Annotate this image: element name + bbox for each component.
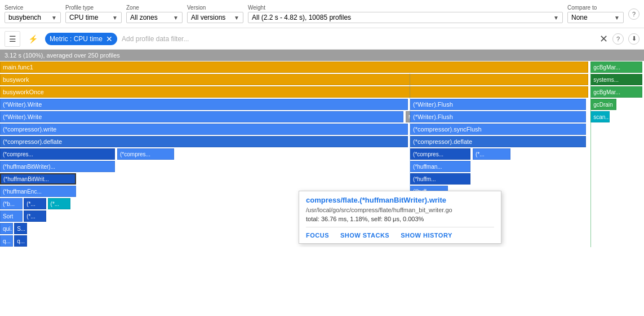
profile-type-arrow-icon: ▼: [112, 15, 118, 21]
metric-chip-label: Metric : CPU time: [50, 35, 103, 43]
block-compressor-syncflush[interactable]: (*compressor).syncFlush: [410, 124, 586, 135]
block-writer-flush-4[interactable]: (*Writer).Flush: [410, 99, 586, 110]
flame-row-1: main.func1 gcBgMar...: [0, 61, 644, 73]
tooltip-stats: total: 36.76 ms, 1.18%, self: 80 μs, 0.0…: [306, 216, 494, 222]
tooltip-actions: FOCUS SHOW STACKS SHOW HISTORY: [306, 227, 494, 239]
list-view-button[interactable]: ☰: [5, 31, 20, 47]
service-label: Service: [5, 5, 61, 11]
block-huffmanenc-11a[interactable]: (*huffmanEnc...: [0, 186, 76, 197]
flame-row-6: (*compressor).write (*compressor).syncFl…: [0, 123, 644, 135]
block-compressor-write[interactable]: (*compressor).write: [0, 124, 408, 135]
service-select[interactable]: busybench ▼: [5, 12, 61, 23]
weight-select[interactable]: All (2.2 s - 4.82 s), 10085 profiles ▼: [248, 12, 563, 23]
vertical-line-right: [590, 73, 591, 247]
version-value: All versions: [191, 14, 225, 21]
help-button[interactable]: ?: [628, 8, 639, 20]
block-13b[interactable]: (*...: [24, 210, 46, 222]
block-gcbgmar-3[interactable]: gcBgMar...: [590, 86, 642, 98]
version-label: Version: [187, 5, 243, 11]
toolbar-right: ✕ ? ⬇: [599, 33, 639, 45]
block-huffmanbitwrit-10b[interactable]: (*huffm...: [410, 173, 470, 185]
block-huffman-9a[interactable]: (*huffmanBitWriter)...: [0, 161, 115, 172]
profile-type-filter: Profile type CPU time ▼: [65, 5, 122, 23]
compare-to-label: Compare to: [567, 5, 624, 11]
block-compres-8d[interactable]: (*...: [473, 148, 510, 160]
tooltip-path: /usr/local/go/src/compress/flate/huffman…: [306, 207, 494, 213]
metric-chip-close-icon[interactable]: ✕: [106, 34, 113, 43]
close-button[interactable]: ✕: [599, 33, 608, 45]
help-icon-secondary[interactable]: ?: [612, 33, 624, 45]
block-writer-flush-5[interactable]: (*Writer).Flush: [410, 111, 586, 122]
zone-label: Zone: [126, 5, 183, 11]
show-history-action[interactable]: SHOW HISTORY: [401, 232, 452, 239]
zone-arrow-icon: ▼: [173, 15, 179, 21]
compare-to-filter: Compare to None ▼: [567, 5, 624, 23]
block-compres-8c[interactable]: (*compres...: [410, 148, 470, 160]
add-filter-placeholder[interactable]: Add profile data filter...: [122, 35, 595, 43]
service-value: busybench: [8, 14, 41, 21]
zone-filter: Zone All zones ▼: [126, 5, 183, 23]
block-compressor-deflate-l[interactable]: (*compressor).deflate: [0, 136, 408, 147]
block-systems[interactable]: systems...: [590, 74, 642, 85]
flame-container: main.func1 gcBgMar... busywork systems..…: [0, 61, 644, 247]
block-gcdrain[interactable]: gcDrain: [590, 99, 616, 110]
profile-type-select[interactable]: CPU time ▼: [65, 12, 122, 23]
block-b-12a[interactable]: (*b...: [0, 198, 23, 209]
profile-type-value: CPU time: [69, 14, 98, 21]
version-filter: Version All versions ▼: [187, 5, 243, 23]
flame-row-8: (*compres... (*compres... (*compres... (…: [0, 148, 644, 160]
block-compres-8b[interactable]: (*compres...: [117, 148, 174, 160]
block-q-15b[interactable]: q...: [14, 235, 27, 247]
flame-row-3: busyworkOnce gcBgMar...: [0, 86, 644, 98]
tooltip: compress/flate.(*huffmanBitWriter).write…: [299, 191, 501, 244]
block-busywork[interactable]: busywork: [0, 74, 588, 85]
flamegraph-area: 3.12 s (100%), averaged over 250 profile…: [0, 50, 644, 316]
flame-row-9: (*huffmanBitWriter)... (*huffman...: [0, 160, 644, 173]
weight-value: All (2.2 s - 4.82 s), 10085 profiles: [252, 14, 351, 21]
service-arrow-icon: ▼: [51, 15, 57, 21]
block-scan[interactable]: scan...: [590, 111, 610, 122]
block-compressor-deflate-r[interactable]: (*compressor).deflate: [410, 136, 586, 147]
flame-row-5: (*Writer).Write N... (*Writer).Flush sca…: [0, 111, 644, 123]
block-compres-8a[interactable]: (*compres...: [0, 148, 115, 160]
flame-row-7: (*compressor).deflate (*compressor).defl…: [0, 135, 644, 148]
focus-action[interactable]: FOCUS: [306, 232, 329, 239]
compare-to-arrow-icon: ▼: [614, 15, 620, 21]
zone-value: All zones: [130, 14, 158, 21]
compare-to-value: None: [571, 14, 588, 21]
download-button[interactable]: ⬇: [628, 33, 639, 45]
compare-to-select[interactable]: None ▼: [567, 12, 624, 23]
weight-arrow-icon: ▼: [553, 15, 559, 21]
block-huffmanbitwrit-10a[interactable]: (*huffmanBitWrit...: [0, 173, 76, 185]
top-toolbar: Service busybench ▼ Profile type CPU tim…: [0, 0, 644, 28]
profile-type-label: Profile type: [65, 5, 122, 11]
weight-filter: Weight All (2.2 s - 4.82 s), 10085 profi…: [248, 5, 563, 23]
block-huffman-9b[interactable]: (*huffman...: [410, 161, 470, 172]
zone-select[interactable]: All zones ▼: [126, 12, 183, 23]
vertical-line-mid: [410, 73, 410, 198]
weight-label: Weight: [248, 5, 563, 11]
block-qui-14[interactable]: qui...: [0, 223, 13, 234]
block-writer-write-5[interactable]: (*Writer).Write: [0, 111, 403, 122]
version-arrow-icon: ▼: [234, 15, 239, 21]
tooltip-title: compress/flate.(*huffmanBitWriter).write: [306, 196, 494, 204]
stats-text: 3.12 s (100%), averaged over 250 profile…: [5, 52, 120, 59]
metric-chip: Metric : CPU time ✕: [45, 33, 117, 45]
block-writer-write-4[interactable]: (*Writer).Write: [0, 99, 408, 110]
show-stacks-action[interactable]: SHOW STACKS: [340, 232, 389, 239]
second-toolbar: ☰ ⚡ Metric : CPU time ✕ Add profile data…: [0, 28, 644, 50]
block-q-15a[interactable]: q...: [0, 235, 13, 247]
block-sort-13[interactable]: Sort: [0, 210, 23, 222]
block-gcbgmar-1[interactable]: gcBgMar...: [590, 62, 642, 73]
block-main-func1[interactable]: main.func1: [0, 62, 588, 73]
stats-bar: 3.12 s (100%), averaged over 250 profile…: [0, 50, 644, 61]
block-busyworkonce[interactable]: busyworkOnce: [0, 86, 588, 98]
block-s-14[interactable]: S...: [14, 223, 27, 234]
filter-button[interactable]: ⚡: [25, 31, 41, 47]
block-12b[interactable]: (*...: [24, 198, 46, 209]
flame-row-10: (*huffmanBitWrit... (*huffm...: [0, 173, 644, 185]
flame-row-4: (*Writer).Write (*Writer).Flush gcDrain: [0, 98, 644, 111]
flame-row-2: busywork systems...: [0, 73, 644, 86]
block-12c[interactable]: (*...: [48, 198, 70, 209]
version-select[interactable]: All versions ▼: [187, 12, 243, 23]
